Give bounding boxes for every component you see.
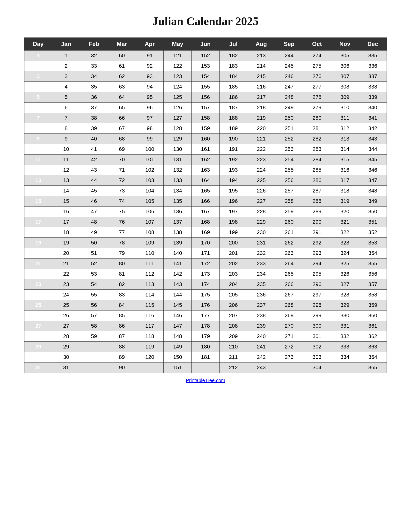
table-row: 33346293123154184215246276307337	[24, 71, 387, 82]
table-row: 17174876107137168198229260290321351	[24, 217, 387, 227]
cell-day23-jan: 23	[52, 279, 80, 290]
cell-day30-mar: 89	[108, 352, 136, 362]
cell-day17-feb: 48	[80, 217, 108, 227]
cell-day4-dec: 338	[359, 82, 387, 92]
cell-day26-sep: 269	[275, 311, 303, 321]
footer-link[interactable]: PrintableTree.com	[186, 378, 225, 383]
table-row: 10104169100130161191222253283314344	[24, 144, 387, 154]
cell-day19-oct: 292	[303, 238, 331, 248]
cell-day16-jul: 197	[220, 207, 247, 217]
table-row: 26265785116146177207238269299330360	[24, 311, 387, 321]
table-row: 22336192122153183214245275306336	[24, 61, 387, 71]
cell-day10-jan: 10	[52, 144, 80, 154]
cell-day12-feb: 43	[80, 165, 108, 175]
cell-day26-jan: 26	[52, 311, 80, 321]
cell-day25-jun: 176	[191, 300, 219, 311]
cell-day20-day: 20	[24, 248, 52, 258]
cell-day11-apr: 101	[136, 154, 164, 165]
cell-day23-feb: 54	[80, 279, 108, 290]
cell-day30-jul: 211	[220, 352, 247, 362]
cell-day5-jun: 156	[191, 92, 219, 103]
cell-day11-may: 131	[164, 154, 191, 165]
cell-day27-jan: 27	[52, 321, 80, 331]
cell-day5-day: 5	[24, 92, 52, 103]
cell-day12-nov: 316	[331, 165, 359, 175]
cell-day21-jul: 202	[220, 258, 247, 269]
cell-day31-day: 31	[24, 362, 52, 373]
cell-day21-jan: 21	[52, 258, 80, 269]
cell-day18-dec: 352	[359, 227, 387, 238]
cell-day24-jul: 205	[220, 290, 247, 300]
cell-day28-dec: 362	[359, 331, 387, 342]
cell-day28-mar: 87	[108, 331, 136, 342]
table-row: 66376596126157187218249279310340	[24, 103, 387, 113]
cell-day28-feb: 59	[80, 331, 108, 342]
cell-day14-jan: 14	[52, 186, 80, 196]
cell-day7-jun: 158	[191, 113, 219, 123]
cell-day2-jan: 2	[52, 61, 80, 71]
table-row: 20205179110140171201232263293324354	[24, 248, 387, 258]
cell-day26-may: 146	[164, 311, 191, 321]
cell-day7-apr: 97	[136, 113, 164, 123]
julian-calendar-table: DayJanFebMarAprMayJunJulAugSepOctNovDec …	[24, 38, 387, 373]
cell-day11-dec: 345	[359, 154, 387, 165]
cell-day25-oct: 298	[303, 300, 331, 311]
cell-day11-jun: 162	[191, 154, 219, 165]
cell-day26-day: 26	[24, 311, 52, 321]
cell-day31-jan: 31	[52, 362, 80, 373]
cell-day10-jul: 191	[220, 144, 247, 154]
cell-day20-mar: 79	[108, 248, 136, 258]
cell-day13-mar: 72	[108, 175, 136, 186]
cell-day7-oct: 280	[303, 113, 331, 123]
cell-day26-nov: 330	[331, 311, 359, 321]
cell-day11-jul: 192	[220, 154, 247, 165]
cell-day19-nov: 323	[331, 238, 359, 248]
cell-day30-aug: 242	[247, 352, 275, 362]
cell-day15-jan: 15	[52, 196, 80, 207]
cell-day10-sep: 253	[275, 144, 303, 154]
cell-day28-jun: 179	[191, 331, 219, 342]
cell-day21-oct: 294	[303, 258, 331, 269]
cell-day30-apr: 120	[136, 352, 164, 362]
cell-day5-mar: 64	[108, 92, 136, 103]
cell-day6-feb: 37	[80, 103, 108, 113]
cell-day2-sep: 245	[275, 61, 303, 71]
cell-day2-dec: 336	[359, 61, 387, 71]
col-header-sep: Sep	[275, 38, 303, 50]
cell-day11-sep: 254	[275, 154, 303, 165]
cell-day31-nov	[331, 362, 359, 373]
cell-day20-may: 140	[164, 248, 191, 258]
cell-day14-aug: 226	[247, 186, 275, 196]
cell-day14-apr: 104	[136, 186, 164, 196]
cell-day28-jan: 28	[52, 331, 80, 342]
cell-day10-aug: 222	[247, 144, 275, 154]
cell-day10-feb: 41	[80, 144, 108, 154]
cell-day1-nov: 305	[331, 50, 359, 61]
cell-day23-nov: 327	[331, 279, 359, 290]
cell-day16-apr: 106	[136, 207, 164, 217]
cell-day23-oct: 296	[303, 279, 331, 290]
cell-day7-sep: 250	[275, 113, 303, 123]
cell-day6-jun: 157	[191, 103, 219, 113]
cell-day24-oct: 297	[303, 290, 331, 300]
cell-day19-feb: 50	[80, 238, 108, 248]
cell-day3-jan: 3	[52, 71, 80, 82]
cell-day6-mar: 65	[108, 103, 136, 113]
cell-day27-nov: 331	[331, 321, 359, 331]
cell-day21-nov: 325	[331, 258, 359, 269]
cell-day6-jan: 6	[52, 103, 80, 113]
cell-day17-sep: 260	[275, 217, 303, 227]
cell-day9-jul: 190	[220, 134, 247, 144]
cell-day31-mar: 90	[108, 362, 136, 373]
cell-day1-mar: 60	[108, 50, 136, 61]
cell-day13-dec: 347	[359, 175, 387, 186]
cell-day16-jun: 167	[191, 207, 219, 217]
table-row: 27275886117147178208239270300331361	[24, 321, 387, 331]
table-row: 55366495125156186217248278309339	[24, 92, 387, 103]
cell-day22-nov: 326	[331, 269, 359, 279]
table-row: 292988119149180210241272302333363	[24, 342, 387, 352]
cell-day12-jun: 163	[191, 165, 219, 175]
cell-day18-may: 138	[164, 227, 191, 238]
cell-day17-may: 137	[164, 217, 191, 227]
cell-day9-dec: 343	[359, 134, 387, 144]
